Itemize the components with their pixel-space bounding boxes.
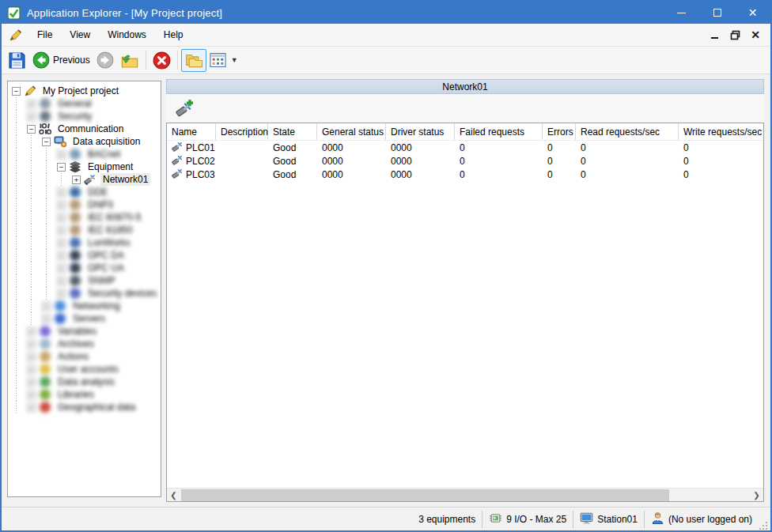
table-row-plc02[interactable]: PLC02Good000000000000 — [167, 154, 763, 168]
menu-bar: File View Windows Help ✕ — [2, 24, 770, 47]
close-button[interactable]: ✕ — [735, 2, 770, 24]
tree-node-icon — [40, 351, 51, 362]
tree-guide — [12, 312, 27, 325]
tree-item-variables[interactable]: +Variables — [8, 325, 161, 338]
tree-item-security-devices[interactable]: +Security devices — [8, 287, 161, 300]
tree-expand-box[interactable]: + — [72, 175, 81, 184]
tree-item-archives[interactable]: +Archives — [8, 338, 161, 350]
open-parent-button[interactable] — [117, 48, 142, 72]
table-row-plc01[interactable]: PLC01Good000000000000 — [167, 141, 763, 154]
tree-item-geographical-data[interactable]: +Geographical data — [8, 401, 161, 413]
tree-expand-box[interactable]: + — [57, 277, 66, 285]
tree-item-dnp3[interactable]: +DNP3 — [8, 198, 161, 211]
cell-value: 0 — [460, 156, 465, 167]
tree-expand-box[interactable]: + — [27, 353, 36, 361]
table-row-plc03[interactable]: PLC03Good000000000000 — [167, 168, 763, 181]
maximize-button[interactable] — [699, 2, 735, 24]
tree-item-security[interactable]: +Security — [8, 110, 161, 123]
menu-view[interactable]: View — [61, 25, 99, 44]
column-header-failed-requests[interactable]: Failed requests — [455, 123, 543, 140]
horizontal-scrollbar[interactable]: ❮ ❯ — [167, 488, 763, 501]
scrollbar-thumb[interactable] — [181, 489, 669, 501]
mdi-restore-button[interactable] — [726, 27, 744, 43]
tree-guide — [27, 312, 42, 325]
column-chooser-button[interactable]: ▼ — [206, 50, 241, 70]
minimize-button[interactable] — [664, 2, 699, 24]
column-header-general-status[interactable]: General status — [317, 123, 386, 140]
tree-expand-box[interactable]: + — [57, 239, 66, 247]
tree-expand-box[interactable]: + — [57, 201, 66, 209]
column-header-driver-status[interactable]: Driver status — [386, 123, 455, 140]
tree-expand-box[interactable]: + — [57, 188, 66, 197]
tree-expand-box[interactable]: + — [27, 340, 36, 349]
save-button[interactable] — [5, 48, 29, 73]
tree-expand-box[interactable]: + — [57, 289, 66, 298]
io-chip-icon — [489, 511, 502, 527]
tree-item-opc-da[interactable]: +OPC DA — [8, 249, 161, 262]
tree-item-networking[interactable]: +Networking — [8, 300, 161, 312]
tree-item-iec-60870-5[interactable]: +IEC 60870-5 — [8, 211, 161, 224]
mdi-minimize-icon — [711, 37, 718, 39]
tree-guide — [27, 224, 42, 236]
tree-expand-box[interactable]: + — [57, 251, 66, 260]
resize-grip[interactable] — [759, 521, 768, 530]
tree-expand-box[interactable]: + — [57, 213, 66, 222]
tree-expand-box[interactable]: + — [27, 100, 36, 108]
tree-collapse-box[interactable]: − — [57, 163, 66, 172]
add-equipment-button[interactable] — [172, 96, 198, 121]
tree-item-libraries[interactable]: +Libraries — [8, 388, 161, 401]
column-header-read-requests-sec[interactable]: Read requests/sec — [576, 123, 679, 140]
tree-item-equipment[interactable]: −Equipment — [8, 160, 161, 173]
tree-expand-box[interactable]: + — [27, 112, 36, 121]
tree-item-bacnet[interactable]: +BACnet — [8, 148, 161, 160]
mdi-close-button[interactable]: ✕ — [747, 27, 764, 43]
tree-item-data-acquisition[interactable]: −Data acquisition — [8, 135, 161, 148]
tree-expand-box[interactable]: + — [27, 327, 36, 336]
tree-item-actions[interactable]: +Actions — [8, 350, 161, 363]
menu-help[interactable]: Help — [155, 25, 192, 44]
tree-expand-box[interactable]: + — [42, 302, 51, 311]
scroll-left-arrow[interactable]: ❮ — [167, 489, 180, 502]
tree-item-lonworks[interactable]: +LonWorks — [8, 236, 161, 249]
column-header-write-requests-sec[interactable]: Write requests/sec — [679, 123, 764, 140]
menu-windows[interactable]: Windows — [99, 25, 155, 44]
tree-item-servers[interactable]: +Servers — [8, 312, 161, 325]
tree-expand-box[interactable]: + — [27, 403, 36, 412]
column-header-state[interactable]: State — [268, 123, 317, 140]
scrollbar-track[interactable] — [180, 489, 750, 502]
tree-expand-box[interactable]: + — [57, 226, 66, 235]
tree-item-opc-ua[interactable]: +OPC UA — [8, 262, 161, 274]
tree-item-iec-61850[interactable]: +IEC 61850 — [8, 224, 161, 236]
tree-item-communication[interactable]: −Communication — [8, 123, 161, 135]
previous-button[interactable]: Previous — [29, 48, 93, 72]
column-header-description[interactable]: Description — [216, 123, 268, 140]
tree-item-dde[interactable]: +DDE — [8, 186, 161, 198]
tree-expand-box[interactable]: + — [27, 378, 36, 387]
scroll-right-arrow[interactable]: ❯ — [750, 489, 763, 502]
tree-item-user-accounts[interactable]: +User accounts — [8, 363, 161, 375]
menu-file[interactable]: File — [28, 25, 61, 44]
tree-collapse-box[interactable]: − — [12, 87, 21, 96]
tree-collapse-box[interactable]: − — [42, 138, 51, 146]
tree-expand-box[interactable]: + — [27, 365, 36, 374]
tree-collapse-box[interactable]: − — [27, 125, 36, 134]
tree-item-my-project-project[interactable]: −My Project project — [8, 85, 161, 97]
tree-item-network01[interactable]: +Network01 — [8, 173, 161, 186]
tree-expand-box[interactable]: + — [27, 391, 36, 399]
cell-value: 0000 — [391, 169, 412, 180]
stop-button[interactable] — [149, 48, 174, 73]
column-header-errors[interactable]: Errors — [543, 123, 576, 140]
forward-button[interactable] — [93, 48, 117, 72]
folder-up-icon — [120, 51, 139, 69]
explorer-view-button[interactable] — [181, 49, 206, 72]
tree-item-general[interactable]: +General — [8, 97, 161, 110]
tree-item-data-analysis[interactable]: +Data analysis — [8, 375, 161, 388]
tree-expand-box[interactable]: + — [57, 150, 66, 159]
tree-expand-box[interactable]: + — [57, 264, 66, 273]
status-section-3-equipments: 3 equipments — [2, 507, 482, 530]
column-header-name[interactable]: Name — [167, 123, 216, 140]
monitor-icon — [580, 511, 593, 527]
tree-expand-box[interactable]: + — [42, 315, 51, 323]
mdi-minimize-button[interactable] — [706, 27, 723, 43]
tree-item-snmp[interactable]: +SNMP — [8, 274, 161, 287]
